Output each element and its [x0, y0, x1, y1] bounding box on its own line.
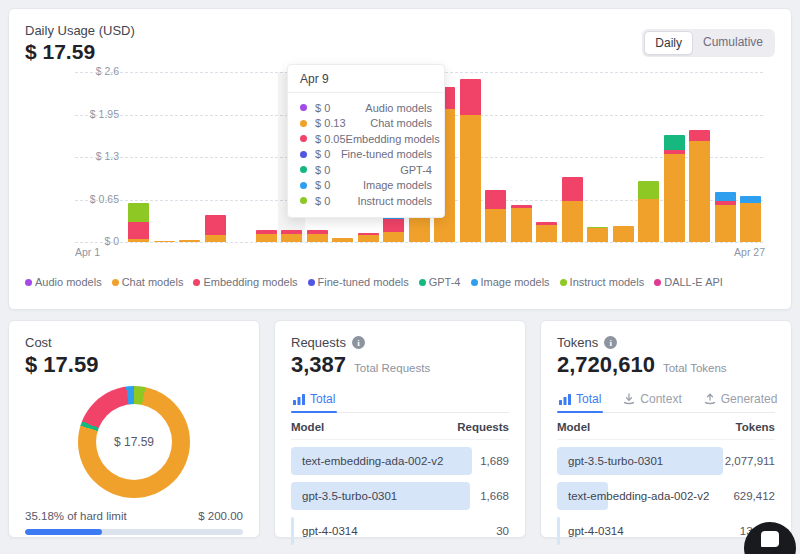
legend-item-image-models[interactable]: Image models [471, 276, 550, 288]
bar-apr-4[interactable] [154, 241, 175, 242]
tokens-title: Tokens [557, 335, 598, 350]
legend-label: Chat models [122, 276, 184, 288]
table-row: gpt-4-031413,287 [557, 517, 775, 545]
bar-segment [715, 192, 736, 202]
bar-apr-23[interactable] [638, 181, 659, 242]
tooltip-value: $ 0.13 [315, 117, 346, 129]
tooltip-rows: $ 0Audio models$ 0.13Chat models$ 0.05Em… [288, 93, 444, 217]
bar-apr-18[interactable] [511, 205, 532, 242]
legend-dot [654, 279, 661, 286]
bar-apr-17[interactable] [485, 190, 506, 242]
bar-chart-icon [293, 394, 305, 405]
bar-apr-11[interactable] [332, 238, 353, 242]
bar-apr-25[interactable] [689, 130, 710, 242]
legend-label: Audio models [35, 276, 102, 288]
download-icon [623, 393, 635, 405]
legend-item-instruct-models[interactable]: Instruct models [560, 276, 645, 288]
bar-segment [281, 234, 302, 243]
legend-item-chat-models[interactable]: Chat models [112, 276, 184, 288]
tab-context[interactable]: Context [621, 388, 683, 412]
legend-dot [471, 279, 478, 286]
legend-item-audio-models[interactable]: Audio models [25, 276, 102, 288]
chart-legend: Audio modelsChat modelsEmbedding modelsF… [25, 276, 775, 288]
tab-generated[interactable]: Generated [702, 388, 780, 412]
bar-segment [638, 199, 659, 242]
x-axis-end-label: Apr 27 [734, 246, 765, 258]
legend-label: Image models [481, 276, 550, 288]
bar-segment [460, 79, 481, 115]
bar-segment [562, 177, 583, 201]
bar-segment [179, 240, 200, 242]
bar-apr-3[interactable] [128, 203, 149, 242]
bar-segment [638, 181, 659, 199]
tooltip-dot [300, 166, 307, 173]
legend-item-embedding-models[interactable]: Embedding models [193, 276, 297, 288]
donut-center-label: $ 17.59 [114, 435, 154, 449]
daily-toggle-button[interactable]: Daily [644, 31, 693, 55]
bar-apr-20[interactable] [562, 177, 583, 242]
legend-label: Fine-tuned models [318, 276, 409, 288]
bar-segment [128, 239, 149, 242]
bar-apr-19[interactable] [536, 222, 557, 242]
row-model-name: text-embedding-ada-002-v2 [291, 455, 443, 467]
legend-label: Embedding models [203, 276, 297, 288]
col-tokens: Tokens [736, 421, 775, 433]
row-value: 1,689 [480, 455, 509, 467]
info-icon[interactable]: i [604, 336, 617, 349]
bar-segment [562, 201, 583, 242]
tooltip-dot [300, 104, 307, 111]
legend-dot [308, 279, 315, 286]
bar-apr-27[interactable] [740, 196, 761, 242]
bar-segment [511, 205, 532, 208]
tooltip-row: $ 0GPT-4 [300, 162, 432, 178]
legend-item-gpt-4[interactable]: GPT-4 [419, 276, 461, 288]
cumulative-toggle-button[interactable]: Cumulative [693, 31, 773, 55]
cost-donut-chart[interactable]: $ 17.59 [78, 386, 190, 498]
bar-apr-12[interactable] [358, 233, 379, 242]
bar-segment [613, 226, 634, 242]
bar-segment [307, 234, 328, 243]
tooltip-value: $ 0 [315, 164, 330, 176]
tooltip-model-label: Audio models [330, 102, 432, 114]
bar-segment [664, 154, 685, 242]
tooltip-dot [300, 120, 307, 127]
bar-chart-icon [559, 394, 571, 405]
bar-apr-26[interactable] [715, 192, 736, 242]
requests-total: 3,387 [291, 352, 346, 378]
chat-widget-icon [761, 531, 779, 547]
tooltip-row: $ 0.05Embedding models [300, 131, 432, 147]
bar-segment [664, 135, 685, 149]
bar-apr-8[interactable] [256, 230, 277, 242]
bar-apr-5[interactable] [179, 240, 200, 242]
bar-apr-16[interactable] [460, 79, 481, 242]
legend-dot [25, 279, 32, 286]
tab-total[interactable]: Total [291, 388, 337, 412]
bar-segment [154, 241, 175, 242]
legend-item-dall-e-api[interactable]: DALL-E API [654, 276, 723, 288]
info-icon[interactable]: i [352, 336, 365, 349]
legend-item-fine-tuned-models[interactable]: Fine-tuned models [308, 276, 409, 288]
tokens-card: Tokens i 2,720,610 Total Tokens Total Co… [540, 320, 792, 538]
requests-total-label: Total Requests [354, 362, 430, 374]
bar-segment [358, 235, 379, 242]
bar-apr-6[interactable] [205, 215, 226, 242]
row-value: 2,077,911 [725, 455, 775, 467]
table-row: gpt-3.5-turbo-03011,668 [291, 482, 509, 510]
bar-apr-22[interactable] [613, 226, 634, 242]
requests-card: Requests i 3,387 Total Requests Total Mo… [274, 320, 526, 538]
tab-total[interactable]: Total [557, 388, 603, 412]
col-requests: Requests [457, 421, 509, 433]
bar-apr-21[interactable] [587, 227, 608, 242]
bar-segment [409, 215, 430, 242]
bar-apr-24[interactable] [664, 135, 685, 242]
bar-segment [485, 209, 506, 242]
tooltip-dot [300, 182, 307, 189]
bar-apr-10[interactable] [307, 230, 328, 242]
table-row: text-embedding-ada-002-v2629,412 [557, 482, 775, 510]
bar-segment [205, 235, 226, 242]
daily-usage-amount: $ 17.59 [25, 40, 135, 64]
daily-usage-chart: $ 2.6$ 1.95$ 1.3$ 0.65$ 0 Apr 1 Apr 27 A… [25, 66, 775, 264]
tooltip-row: $ 0Audio models [300, 100, 432, 116]
bar-segment [128, 222, 149, 240]
bar-apr-9[interactable] [281, 230, 302, 242]
